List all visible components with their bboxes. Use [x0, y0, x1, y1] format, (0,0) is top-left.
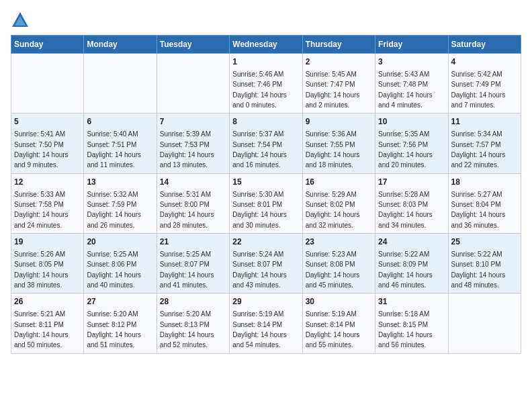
- day-number: 8: [232, 116, 299, 128]
- calendar-cell: 15Sunrise: 5:30 AM Sunset: 8:01 PM Dayli…: [230, 173, 302, 233]
- day-number: 28: [160, 296, 226, 308]
- calendar-cell: 1Sunrise: 5:46 AM Sunset: 7:46 PM Daylig…: [230, 54, 302, 113]
- calendar-cell: 11Sunrise: 5:34 AM Sunset: 7:57 PM Dayli…: [448, 113, 521, 173]
- day-number: 3: [378, 56, 445, 68]
- day-number: 26: [14, 296, 81, 308]
- calendar-week-row: 12Sunrise: 5:33 AM Sunset: 7:58 PM Dayli…: [11, 173, 521, 233]
- logo: [11, 11, 32, 30]
- calendar-week-row: 5Sunrise: 5:41 AM Sunset: 7:50 PM Daylig…: [11, 113, 521, 173]
- calendar-cell: 20Sunrise: 5:25 AM Sunset: 8:06 PM Dayli…: [84, 234, 157, 293]
- calendar-cell: 29Sunrise: 5:19 AM Sunset: 8:14 PM Dayli…: [230, 293, 302, 353]
- day-number: 22: [232, 236, 299, 248]
- calendar-cell: 16Sunrise: 5:29 AM Sunset: 8:02 PM Dayli…: [302, 173, 375, 233]
- day-number: 20: [87, 236, 153, 248]
- page-header: [11, 11, 521, 30]
- day-info: Sunrise: 5:39 AM Sunset: 7:53 PM Dayligh…: [160, 130, 214, 169]
- day-number: 19: [14, 236, 81, 248]
- day-number: 7: [160, 116, 226, 128]
- day-info: Sunrise: 5:19 AM Sunset: 8:14 PM Dayligh…: [306, 310, 360, 349]
- day-number: 29: [232, 296, 299, 308]
- calendar-cell: [157, 54, 229, 113]
- calendar-header-row: SundayMondayTuesdayWednesdayThursdayFrid…: [11, 36, 521, 54]
- day-number: 27: [87, 296, 153, 308]
- day-number: 18: [451, 177, 518, 188]
- day-info: Sunrise: 5:29 AM Sunset: 8:02 PM Dayligh…: [306, 191, 360, 229]
- day-number: 21: [160, 236, 226, 248]
- calendar-cell: 17Sunrise: 5:28 AM Sunset: 8:03 PM Dayli…: [375, 173, 448, 233]
- day-info: Sunrise: 5:21 AM Sunset: 8:11 PM Dayligh…: [14, 310, 69, 349]
- calendar-cell: [84, 54, 157, 113]
- calendar-cell: [11, 54, 84, 113]
- day-info: Sunrise: 5:43 AM Sunset: 7:48 PM Dayligh…: [378, 71, 433, 109]
- calendar-cell: 24Sunrise: 5:22 AM Sunset: 8:09 PM Dayli…: [375, 234, 448, 293]
- day-info: Sunrise: 5:22 AM Sunset: 8:10 PM Dayligh…: [451, 250, 506, 289]
- day-number: 10: [378, 116, 445, 128]
- calendar-cell: 22Sunrise: 5:24 AM Sunset: 8:07 PM Dayli…: [230, 234, 302, 293]
- calendar-cell: 4Sunrise: 5:42 AM Sunset: 7:49 PM Daylig…: [448, 54, 521, 113]
- day-number: 15: [232, 177, 299, 188]
- calendar-cell: 18Sunrise: 5:27 AM Sunset: 8:04 PM Dayli…: [448, 173, 521, 233]
- day-number: 5: [14, 116, 81, 128]
- calendar-cell: 25Sunrise: 5:22 AM Sunset: 8:10 PM Dayli…: [448, 234, 521, 293]
- day-info: Sunrise: 5:31 AM Sunset: 8:00 PM Dayligh…: [160, 191, 214, 229]
- calendar-cell: 21Sunrise: 5:25 AM Sunset: 8:07 PM Dayli…: [157, 234, 229, 293]
- day-number: 9: [306, 116, 372, 128]
- day-number: 24: [378, 236, 445, 248]
- day-info: Sunrise: 5:18 AM Sunset: 8:15 PM Dayligh…: [378, 310, 433, 349]
- day-number: 14: [160, 177, 226, 188]
- day-number: 4: [451, 56, 518, 68]
- day-number: 13: [87, 177, 153, 188]
- day-number: 2: [306, 56, 372, 68]
- calendar-cell: 7Sunrise: 5:39 AM Sunset: 7:53 PM Daylig…: [157, 113, 229, 173]
- day-header-monday: Monday: [84, 36, 157, 54]
- day-info: Sunrise: 5:25 AM Sunset: 8:07 PM Dayligh…: [160, 250, 214, 289]
- day-info: Sunrise: 5:34 AM Sunset: 7:57 PM Dayligh…: [451, 130, 506, 169]
- day-info: Sunrise: 5:20 AM Sunset: 8:13 PM Dayligh…: [160, 310, 214, 349]
- day-info: Sunrise: 5:46 AM Sunset: 7:46 PM Dayligh…: [232, 71, 287, 109]
- calendar-week-row: 1Sunrise: 5:46 AM Sunset: 7:46 PM Daylig…: [11, 54, 521, 113]
- day-info: Sunrise: 5:35 AM Sunset: 7:56 PM Dayligh…: [378, 130, 433, 169]
- calendar-cell: 26Sunrise: 5:21 AM Sunset: 8:11 PM Dayli…: [11, 293, 84, 353]
- day-header-friday: Friday: [375, 36, 448, 54]
- day-number: 30: [306, 296, 372, 308]
- calendar-cell: 3Sunrise: 5:43 AM Sunset: 7:48 PM Daylig…: [375, 54, 448, 113]
- day-info: Sunrise: 5:40 AM Sunset: 7:51 PM Dayligh…: [87, 130, 141, 169]
- day-info: Sunrise: 5:24 AM Sunset: 8:07 PM Dayligh…: [232, 250, 287, 289]
- day-info: Sunrise: 5:22 AM Sunset: 8:09 PM Dayligh…: [378, 250, 433, 289]
- calendar-body: 1Sunrise: 5:46 AM Sunset: 7:46 PM Daylig…: [11, 54, 521, 354]
- day-info: Sunrise: 5:33 AM Sunset: 7:58 PM Dayligh…: [14, 191, 69, 229]
- day-info: Sunrise: 5:27 AM Sunset: 8:04 PM Dayligh…: [451, 191, 506, 229]
- day-info: Sunrise: 5:25 AM Sunset: 8:06 PM Dayligh…: [87, 250, 141, 289]
- calendar-cell: 13Sunrise: 5:32 AM Sunset: 7:59 PM Dayli…: [84, 173, 157, 233]
- calendar-cell: 31Sunrise: 5:18 AM Sunset: 8:15 PM Dayli…: [375, 293, 448, 353]
- calendar-cell: 12Sunrise: 5:33 AM Sunset: 7:58 PM Dayli…: [11, 173, 84, 233]
- calendar-cell: 6Sunrise: 5:40 AM Sunset: 7:51 PM Daylig…: [84, 113, 157, 173]
- day-number: 1: [232, 56, 299, 68]
- day-number: 31: [378, 296, 445, 308]
- calendar-cell: 14Sunrise: 5:31 AM Sunset: 8:00 PM Dayli…: [157, 173, 229, 233]
- day-info: Sunrise: 5:26 AM Sunset: 8:05 PM Dayligh…: [14, 250, 69, 289]
- day-info: Sunrise: 5:32 AM Sunset: 7:59 PM Dayligh…: [87, 191, 141, 229]
- day-info: Sunrise: 5:42 AM Sunset: 7:49 PM Dayligh…: [451, 71, 506, 109]
- day-header-wednesday: Wednesday: [230, 36, 302, 54]
- calendar-cell: 27Sunrise: 5:20 AM Sunset: 8:12 PM Dayli…: [84, 293, 157, 353]
- day-number: 17: [378, 177, 445, 188]
- calendar-cell: 19Sunrise: 5:26 AM Sunset: 8:05 PM Dayli…: [11, 234, 84, 293]
- calendar-cell: 10Sunrise: 5:35 AM Sunset: 7:56 PM Dayli…: [375, 113, 448, 173]
- day-number: 25: [451, 236, 518, 248]
- calendar-week-row: 26Sunrise: 5:21 AM Sunset: 8:11 PM Dayli…: [11, 293, 521, 353]
- day-header-sunday: Sunday: [11, 36, 84, 54]
- day-number: 12: [14, 177, 81, 188]
- day-number: 23: [306, 236, 372, 248]
- day-info: Sunrise: 5:36 AM Sunset: 7:55 PM Dayligh…: [306, 130, 360, 169]
- day-info: Sunrise: 5:37 AM Sunset: 7:54 PM Dayligh…: [232, 130, 287, 169]
- day-info: Sunrise: 5:45 AM Sunset: 7:47 PM Dayligh…: [306, 71, 360, 109]
- calendar-week-row: 19Sunrise: 5:26 AM Sunset: 8:05 PM Dayli…: [11, 234, 521, 293]
- day-info: Sunrise: 5:20 AM Sunset: 8:12 PM Dayligh…: [87, 310, 141, 349]
- day-header-tuesday: Tuesday: [157, 36, 229, 54]
- calendar-cell: [448, 293, 521, 353]
- calendar-table: SundayMondayTuesdayWednesdayThursdayFrid…: [11, 35, 521, 354]
- calendar-cell: 9Sunrise: 5:36 AM Sunset: 7:55 PM Daylig…: [302, 113, 375, 173]
- calendar-cell: 30Sunrise: 5:19 AM Sunset: 8:14 PM Dayli…: [302, 293, 375, 353]
- day-info: Sunrise: 5:28 AM Sunset: 8:03 PM Dayligh…: [378, 191, 433, 229]
